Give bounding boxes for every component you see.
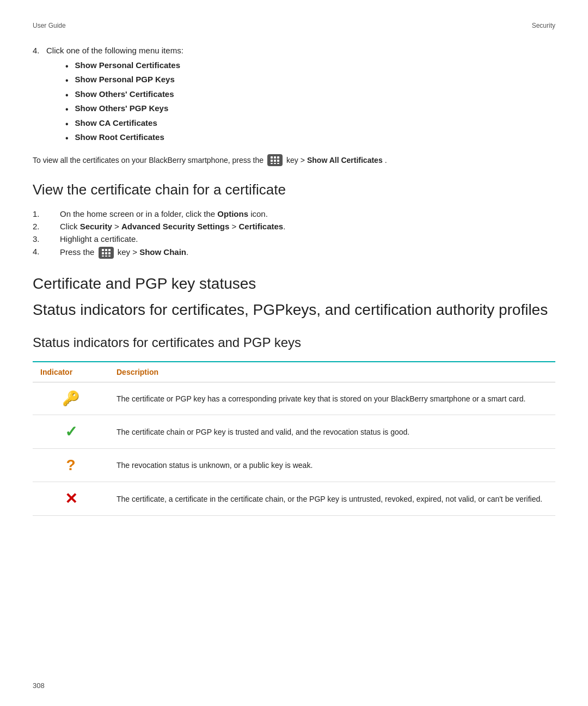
- step4-intro: 4. Click one of the following menu items…: [33, 46, 555, 55]
- indicator-cell: ✕: [33, 482, 109, 516]
- section1-steps: 1. On the home screen or in a folder, cl…: [33, 209, 555, 259]
- step2: 2. Click Security > Advanced Security Se…: [33, 222, 555, 231]
- svg-rect-2: [277, 156, 279, 159]
- list-item: Show Root Certificates: [65, 132, 555, 144]
- bb-key-icon: [267, 154, 283, 166]
- bb-key-icon-2: [99, 247, 114, 259]
- section2-heading: Certificate and PGP key statuses: [33, 275, 555, 293]
- description-cell: The certificate or PGP key has a corresp…: [109, 382, 555, 415]
- page-header: User Guide Security: [33, 22, 555, 29]
- indicator-cell: ✓: [33, 415, 109, 449]
- svg-rect-1: [274, 156, 276, 159]
- svg-rect-5: [277, 160, 279, 162]
- table-row: ✕ The certificate, a certificate in the …: [33, 482, 555, 516]
- table-row: ? The revocation status is unknown, or a…: [33, 449, 555, 482]
- menu-items-list: Show Personal Certificates Show Personal…: [65, 60, 555, 144]
- status-table: Indicator Description 🔑 The certificate …: [33, 362, 555, 516]
- header-right: Security: [532, 22, 555, 29]
- inline-note: To view all the certificates on your Bla…: [33, 154, 555, 166]
- check-icon: ✓: [65, 423, 77, 441]
- svg-rect-17: [108, 255, 111, 257]
- section4-heading: Status indicators for certificates and P…: [33, 335, 555, 350]
- svg-rect-3: [271, 160, 273, 162]
- description-cell: The certificate chain or PGP key is trus…: [109, 415, 555, 449]
- svg-rect-0: [271, 156, 273, 159]
- table-header-row: Indicator Description: [33, 362, 555, 382]
- indicator-cell: ?: [33, 449, 109, 482]
- step3: 3. Highlight a certificate.: [33, 234, 555, 244]
- private-key-icon: 🔑: [62, 390, 79, 407]
- description-cell: The certificate, a certificate in the ce…: [109, 482, 555, 516]
- table-row: 🔑 The certificate or PGP key has a corre…: [33, 382, 555, 415]
- col-description: Description: [109, 362, 555, 382]
- svg-rect-8: [277, 163, 279, 164]
- indicator-cell: 🔑: [33, 382, 109, 415]
- section1-heading: View the certificate chain for a certifi…: [33, 181, 555, 198]
- svg-rect-11: [108, 249, 111, 251]
- x-icon: ✕: [65, 490, 77, 508]
- section3-heading: Status indicators for certificates, PGPk…: [33, 301, 555, 319]
- page-number: 308: [33, 681, 45, 690]
- list-item: Show Others' PGP Keys: [65, 104, 555, 115]
- list-item: Show Others' Certificates: [65, 89, 555, 101]
- svg-rect-10: [105, 249, 107, 251]
- step4: 4. Press the key > Show Chain.: [33, 247, 555, 259]
- header-left: User Guide: [33, 22, 66, 29]
- svg-rect-13: [105, 252, 107, 254]
- question-icon: ?: [66, 457, 75, 474]
- svg-rect-12: [102, 252, 104, 254]
- svg-rect-16: [105, 255, 107, 257]
- svg-rect-7: [274, 163, 276, 164]
- table-row: ✓ The certificate chain or PGP key is tr…: [33, 415, 555, 449]
- svg-rect-4: [274, 160, 276, 162]
- svg-rect-15: [102, 255, 104, 257]
- description-cell: The revocation status is unknown, or a p…: [109, 449, 555, 482]
- list-item: Show CA Certificates: [65, 118, 555, 130]
- list-item: Show Personal Certificates: [65, 60, 555, 72]
- list-item: Show Personal PGP Keys: [65, 75, 555, 87]
- svg-rect-14: [108, 252, 111, 254]
- col-indicator: Indicator: [33, 362, 109, 382]
- step1: 1. On the home screen or in a folder, cl…: [33, 209, 555, 218]
- svg-rect-6: [271, 163, 273, 164]
- svg-rect-9: [102, 249, 104, 251]
